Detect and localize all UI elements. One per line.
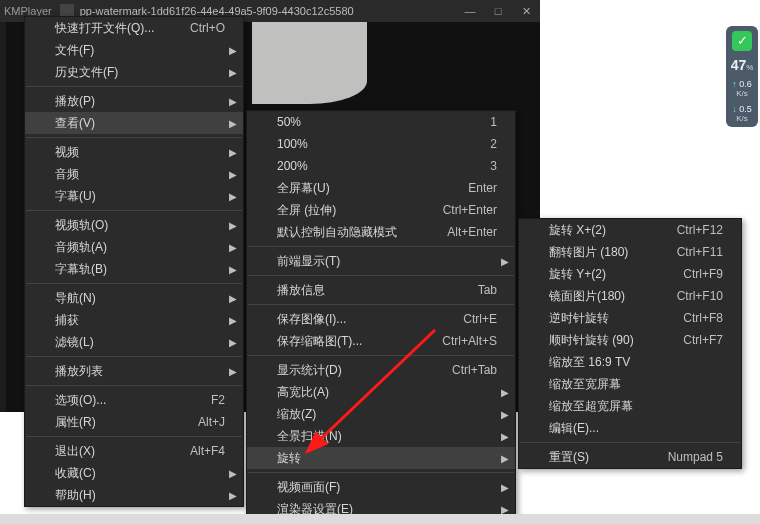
menu-item-label: 保存缩略图(T)... bbox=[277, 333, 418, 350]
menu-item[interactable]: 旋转▶ bbox=[247, 447, 515, 469]
menu-item[interactable]: 帮助(H)▶ bbox=[25, 484, 243, 506]
chevron-right-icon: ▶ bbox=[229, 147, 237, 158]
menu-shortcut: Ctrl+F10 bbox=[677, 289, 723, 303]
menu-shortcut: F2 bbox=[211, 393, 225, 407]
menu-item[interactable]: 默认控制自动隐藏模式Alt+Enter bbox=[247, 221, 515, 243]
menu-item[interactable]: 音频轨(A)▶ bbox=[25, 236, 243, 258]
menu-shortcut: Ctrl+Tab bbox=[452, 363, 497, 377]
menu-item-label: 文件(F) bbox=[55, 42, 225, 59]
menu-shortcut: Ctrl+F8 bbox=[683, 311, 723, 325]
menu-item-label: 字幕(U) bbox=[55, 188, 225, 205]
menu-item[interactable]: 100%2 bbox=[247, 133, 515, 155]
menu-item[interactable]: 视频▶ bbox=[25, 141, 243, 163]
menu-item[interactable]: 全景扫描(N)▶ bbox=[247, 425, 515, 447]
chevron-right-icon: ▶ bbox=[229, 96, 237, 107]
close-button[interactable]: ✕ bbox=[512, 0, 540, 22]
menu-item[interactable]: 历史文件(F)▶ bbox=[25, 61, 243, 83]
menu-item[interactable]: 视频画面(F)▶ bbox=[247, 476, 515, 498]
menu-item[interactable]: 逆时针旋转Ctrl+F8 bbox=[519, 307, 741, 329]
menu-item[interactable]: 全屏 (拉伸)Ctrl+Enter bbox=[247, 199, 515, 221]
menu-item-label: 导航(N) bbox=[55, 290, 225, 307]
menu-item[interactable]: 字幕(U)▶ bbox=[25, 185, 243, 207]
chevron-right-icon: ▶ bbox=[229, 169, 237, 180]
menu-item[interactable]: 旋转 X+(2)Ctrl+F12 bbox=[519, 219, 741, 241]
menu-item[interactable]: 属性(R)Alt+J bbox=[25, 411, 243, 433]
menu-separator bbox=[248, 275, 514, 276]
menu-item[interactable]: 捕获▶ bbox=[25, 309, 243, 331]
menu-item-label: 选项(O)... bbox=[55, 392, 187, 409]
chevron-right-icon: ▶ bbox=[501, 453, 509, 464]
menu-item-label: 全景扫描(N) bbox=[277, 428, 497, 445]
menu-item[interactable]: 播放列表▶ bbox=[25, 360, 243, 382]
menu-item-label: 高宽比(A) bbox=[277, 384, 497, 401]
menu-item-label: 50% bbox=[277, 115, 466, 129]
menu-item[interactable]: 顺时针旋转 (90)Ctrl+F7 bbox=[519, 329, 741, 351]
menu-item-label: 播放列表 bbox=[55, 363, 225, 380]
menu-item[interactable]: 缩放(Z)▶ bbox=[247, 403, 515, 425]
menu-item[interactable]: 缩放至 16:9 TV bbox=[519, 351, 741, 373]
network-widget[interactable]: ✓ 47% ↑ 0.6K/s ↓ 0.5K/s bbox=[726, 26, 758, 127]
chevron-right-icon: ▶ bbox=[229, 67, 237, 78]
menu-item-label: 旋转 X+(2) bbox=[549, 222, 653, 239]
menu-item[interactable]: 前端显示(T)▶ bbox=[247, 250, 515, 272]
menu-item[interactable]: 播放信息Tab bbox=[247, 279, 515, 301]
menu-item-label: 播放(P) bbox=[55, 93, 225, 110]
menu-item[interactable]: 旋转 Y+(2)Ctrl+F9 bbox=[519, 263, 741, 285]
menu-item-label: 镜面图片(180) bbox=[549, 288, 653, 305]
chevron-right-icon: ▶ bbox=[229, 468, 237, 479]
menu-item-label: 属性(R) bbox=[55, 414, 174, 431]
menu-item-label: 缩放(Z) bbox=[277, 406, 497, 423]
menu-separator bbox=[26, 283, 242, 284]
menu-item-label: 200% bbox=[277, 159, 466, 173]
menu-item[interactable]: 选项(O)...F2 bbox=[25, 389, 243, 411]
submenu-rotate[interactable]: 旋转 X+(2)Ctrl+F12翻转图片 (180)Ctrl+F11旋转 Y+(… bbox=[518, 218, 742, 469]
menu-separator bbox=[26, 436, 242, 437]
menu-item[interactable]: 查看(V)▶ bbox=[25, 112, 243, 134]
menu-item[interactable]: 编辑(E)... bbox=[519, 417, 741, 439]
chevron-right-icon: ▶ bbox=[229, 264, 237, 275]
menu-shortcut: Ctrl+F12 bbox=[677, 223, 723, 237]
menu-item-label: 全屏 (拉伸) bbox=[277, 202, 419, 219]
menu-item[interactable]: 缩放至宽屏幕 bbox=[519, 373, 741, 395]
menu-separator bbox=[248, 355, 514, 356]
menu-separator bbox=[26, 210, 242, 211]
submenu-view[interactable]: 50%1100%2200%3全屏幕(U)Enter全屏 (拉伸)Ctrl+Ent… bbox=[246, 110, 516, 521]
menu-item[interactable]: 显示统计(D)Ctrl+Tab bbox=[247, 359, 515, 381]
menu-item[interactable]: 重置(S)Numpad 5 bbox=[519, 446, 741, 468]
menu-separator bbox=[248, 304, 514, 305]
chevron-right-icon: ▶ bbox=[501, 431, 509, 442]
menu-item[interactable]: 收藏(C)▶ bbox=[25, 462, 243, 484]
menu-item[interactable]: 保存缩略图(T)...Ctrl+Alt+S bbox=[247, 330, 515, 352]
menu-separator bbox=[248, 246, 514, 247]
context-menu-main[interactable]: 快速打开文件(Q)...Ctrl+O文件(F)▶历史文件(F)▶播放(P)▶查看… bbox=[24, 16, 244, 507]
maximize-button[interactable]: □ bbox=[484, 0, 512, 22]
menu-item[interactable]: 高宽比(A)▶ bbox=[247, 381, 515, 403]
minimize-button[interactable]: — bbox=[456, 0, 484, 22]
menu-item[interactable]: 全屏幕(U)Enter bbox=[247, 177, 515, 199]
menu-item[interactable]: 镜面图片(180)Ctrl+F10 bbox=[519, 285, 741, 307]
menu-item-label: 顺时针旋转 (90) bbox=[549, 332, 659, 349]
menu-item[interactable]: 导航(N)▶ bbox=[25, 287, 243, 309]
menu-item[interactable]: 快速打开文件(Q)...Ctrl+O bbox=[25, 17, 243, 39]
menu-item[interactable]: 字幕轨(B)▶ bbox=[25, 258, 243, 280]
menu-shortcut: Tab bbox=[478, 283, 497, 297]
menu-item[interactable]: 50%1 bbox=[247, 111, 515, 133]
menu-item[interactable]: 200%3 bbox=[247, 155, 515, 177]
menu-item[interactable]: 保存图像(I)...Ctrl+E bbox=[247, 308, 515, 330]
menu-item-label: 逆时针旋转 bbox=[549, 310, 659, 327]
menu-item[interactable]: 视频轨(O)▶ bbox=[25, 214, 243, 236]
menu-item[interactable]: 滤镜(L)▶ bbox=[25, 331, 243, 353]
menu-item[interactable]: 缩放至超宽屏幕 bbox=[519, 395, 741, 417]
chevron-right-icon: ▶ bbox=[229, 366, 237, 377]
chevron-right-icon: ▶ bbox=[501, 482, 509, 493]
menu-item-label: 显示统计(D) bbox=[277, 362, 428, 379]
menu-item[interactable]: 播放(P)▶ bbox=[25, 90, 243, 112]
menu-item[interactable]: 退出(X)Alt+F4 bbox=[25, 440, 243, 462]
menu-item[interactable]: 音频▶ bbox=[25, 163, 243, 185]
menu-item-label: 缩放至超宽屏幕 bbox=[549, 398, 723, 415]
menu-item-label: 默认控制自动隐藏模式 bbox=[277, 224, 423, 241]
menu-item[interactable]: 文件(F)▶ bbox=[25, 39, 243, 61]
taskbar[interactable] bbox=[0, 514, 760, 524]
chevron-right-icon: ▶ bbox=[229, 191, 237, 202]
menu-item[interactable]: 翻转图片 (180)Ctrl+F11 bbox=[519, 241, 741, 263]
